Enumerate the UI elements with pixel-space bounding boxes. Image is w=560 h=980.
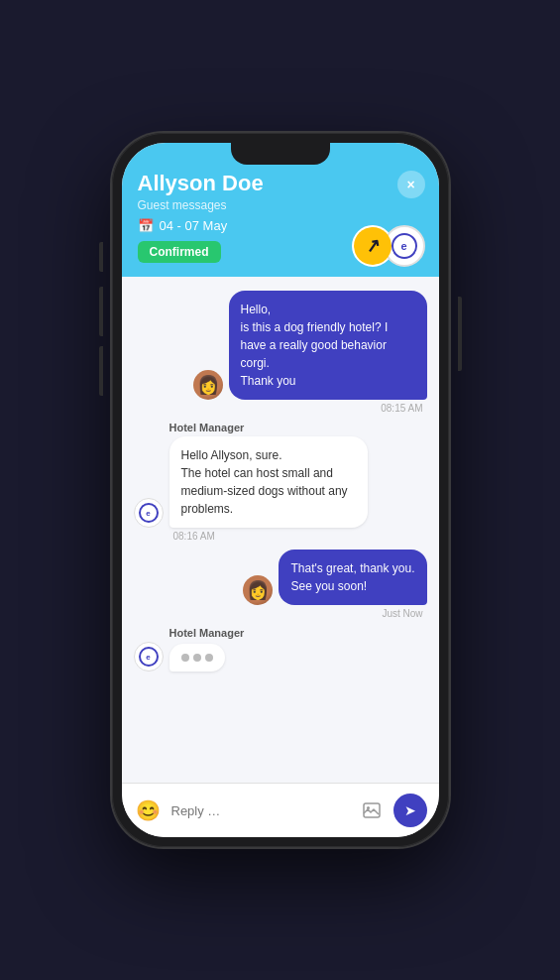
manager-avatar: e <box>134 498 164 528</box>
typing-row: Hotel Managere <box>134 627 427 672</box>
message-row: Hotel ManagereHello Allyson, sure. The h… <box>134 422 427 542</box>
header-subtitle: Guest messages <box>138 198 423 212</box>
notch <box>231 143 330 165</box>
reply-input[interactable] <box>171 803 350 818</box>
message-bubble: That's great, thank you. See you soon! <box>279 550 426 605</box>
volume-up-button <box>99 287 103 336</box>
typing-dot <box>181 654 189 662</box>
input-bar: 😊 ➤ <box>122 784 439 837</box>
volume-down-button <box>99 346 103 396</box>
message-with-avatar: eHello Allyson, sure. The hotel can host… <box>134 436 368 528</box>
message-with-avatar: That's great, thank you. See you soon!👩 <box>243 550 426 605</box>
message-timestamp: 08:15 AM <box>377 403 426 414</box>
dates-text: 04 - 07 May <box>160 218 228 233</box>
avatar: 👩 <box>243 575 273 605</box>
emoji-button[interactable]: 😊 <box>134 796 164 825</box>
arrow-logo: ↗ <box>352 225 393 267</box>
message-row: Hello, is this a dog friendly hotel? I h… <box>134 291 427 414</box>
guest-name: Allyson Doe <box>138 171 423 196</box>
phone-frame: Allyson Doe Guest messages 📅 04 - 07 May… <box>112 133 449 847</box>
message-timestamp: 08:16 AM <box>169 531 219 542</box>
send-icon: ➤ <box>404 802 416 818</box>
manager-logo: e <box>139 647 159 667</box>
close-button[interactable]: × <box>397 171 425 198</box>
calendar-icon: 📅 <box>138 218 154 233</box>
sender-name: Hotel Manager <box>169 422 245 433</box>
guest-avatar: 👩 <box>193 370 223 400</box>
message-bubble: Hello, is this a dog friendly hotel? I h… <box>229 291 427 400</box>
mute-button <box>99 242 103 272</box>
typing-with-avatar: e <box>134 642 225 672</box>
avatar: 👩 <box>193 370 223 400</box>
guest-avatar: 👩 <box>243 575 273 605</box>
phone-screen: Allyson Doe Guest messages 📅 04 - 07 May… <box>122 143 439 837</box>
typing-indicator <box>169 644 225 672</box>
power-button <box>458 297 462 371</box>
typing-dot <box>205 654 213 662</box>
manager-avatar: e <box>134 642 164 672</box>
status-badge: Confirmed <box>138 241 221 263</box>
e-logo-letter: e <box>392 233 417 259</box>
message-timestamp: Just Now <box>378 608 426 619</box>
arrow-icon: ↗ <box>352 225 393 267</box>
message-row: That's great, thank you. See you soon!👩J… <box>134 550 427 619</box>
sender-name: Hotel Manager <box>169 627 245 639</box>
send-button[interactable]: ➤ <box>393 794 427 827</box>
typing-dot <box>193 654 201 662</box>
manager-logo: e <box>139 503 159 523</box>
message-with-avatar: Hello, is this a dog friendly hotel? I h… <box>193 291 427 400</box>
message-bubble: Hello Allyson, sure. The hotel can host … <box>169 436 368 528</box>
chat-area: Hello, is this a dog friendly hotel? I h… <box>122 277 439 783</box>
image-button[interactable] <box>358 796 386 824</box>
logo-group: ↗ e <box>352 225 425 267</box>
